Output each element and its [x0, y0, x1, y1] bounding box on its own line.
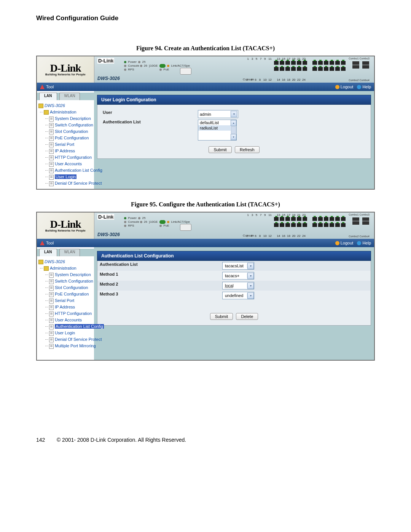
tool-icon — [40, 241, 45, 245]
folder-icon — [38, 104, 43, 108]
doc-icon — [49, 168, 54, 173]
nav-item[interactable]: User Accounts — [55, 318, 82, 322]
switch-ports-row2 — [274, 223, 346, 227]
dlink-logo: D-Link — [50, 63, 81, 73]
authlist-listbox[interactable]: defaultList radiusList ▴▾ — [198, 120, 237, 141]
nav-item[interactable]: HTTP Configuration — [55, 155, 92, 160]
switch-ports — [274, 217, 346, 221]
tab-lan[interactable]: LAN — [39, 93, 57, 100]
nav-item[interactable]: Multiple Port Mirroring — [55, 343, 96, 348]
nav-item[interactable]: Serial Port — [55, 298, 74, 303]
scroll-up-icon[interactable]: ▴ — [231, 120, 236, 126]
logout-icon — [335, 85, 339, 89]
row-label: Method 1 — [97, 271, 220, 281]
doc-icon — [49, 318, 54, 323]
nav-administration[interactable]: Administration — [50, 266, 76, 270]
doc-icon — [49, 292, 54, 297]
doc-icon — [49, 181, 54, 186]
tab-wlan[interactable]: WLAN — [59, 93, 80, 100]
nav-item[interactable]: Denial Of Service Protect — [55, 337, 102, 342]
help-icon — [357, 85, 361, 89]
help-link[interactable]: Help — [357, 85, 371, 89]
nav-item[interactable]: HTTP Configuration — [55, 311, 92, 316]
help-link[interactable]: Help — [357, 241, 371, 245]
doc-icon — [49, 331, 54, 336]
nav-item[interactable]: Slot Configuration — [55, 129, 88, 134]
device-brand: D-Link — [97, 214, 114, 220]
panel-body: Authentication ListtacacsList▾ Method 1t… — [97, 261, 371, 326]
doc-icon — [49, 123, 54, 128]
tree-root[interactable]: DWS-3026 — [45, 103, 65, 108]
nav-item[interactable]: IP Address — [55, 149, 75, 153]
tool-icon — [40, 85, 45, 89]
toolbar: Tool Logout Help — [37, 239, 374, 247]
nav-item[interactable]: IP Address — [55, 305, 75, 309]
page-number: 142 — [36, 437, 55, 443]
switch-ports — [274, 61, 346, 65]
authlist-select[interactable]: tacacsList▾ — [222, 262, 254, 270]
method2-select[interactable]: local▾ — [222, 282, 254, 289]
scrollbar[interactable]: ▴▾ — [231, 120, 236, 140]
delete-button[interactable]: Delete — [236, 313, 258, 320]
figure94-caption: Figure 94. Create an Authentication List… — [36, 45, 375, 52]
doc-icon — [49, 136, 54, 141]
tree-root[interactable]: DWS-3026 — [45, 259, 65, 264]
nav-item[interactable]: Authentication List Config — [55, 168, 102, 173]
dlink-logo: D-Link — [50, 219, 81, 229]
nav-user-login[interactable]: User Login — [55, 174, 76, 179]
nav-item[interactable]: PoE Configuration — [55, 292, 89, 296]
doc-icon — [49, 273, 54, 278]
doc-icon — [49, 279, 54, 284]
dlink-tagline: Building Networks for People — [45, 73, 86, 76]
chevron-down-icon: ▾ — [247, 263, 254, 269]
authlist-label: Authentication List — [103, 120, 198, 141]
toolbar: Tool Logout Help — [37, 83, 374, 91]
scroll-down-icon[interactable]: ▾ — [231, 134, 236, 140]
tool-menu[interactable]: Tool — [46, 85, 54, 89]
panel-body: User admin▾ Authentication List defaultL… — [97, 105, 371, 159]
sidebar: LAN WLAN DWS-3026 Administration System … — [37, 91, 94, 189]
row-label: Authentication List — [97, 261, 220, 271]
nav-item[interactable]: Serial Port — [55, 142, 74, 147]
tool-menu[interactable]: Tool — [46, 241, 54, 245]
guide-title: Wired Configuration Guide — [36, 14, 375, 22]
nav-auth-list-config[interactable]: Authentication List Config — [55, 324, 104, 329]
user-label: User — [103, 110, 198, 118]
nav-item[interactable]: PoE Configuration — [55, 136, 89, 140]
submit-button[interactable]: Submit — [210, 313, 233, 320]
chevron-down-icon: ▾ — [231, 111, 237, 117]
panel-title: Authentication List Configuration — [97, 251, 371, 261]
device-brand: D-Link — [97, 58, 114, 64]
figure94-screenshot: D-Link Building Networks for People D-Li… — [36, 56, 375, 190]
nav-item[interactable]: Denial Of Service Protect — [55, 181, 102, 185]
user-select[interactable]: admin▾ — [198, 110, 238, 118]
method1-select[interactable]: tacacs+▾ — [222, 272, 254, 280]
method3-select[interactable]: undefined▾ — [222, 292, 254, 299]
doc-icon — [49, 149, 54, 154]
nav-item[interactable]: Slot Configuration — [55, 285, 88, 290]
logout-link[interactable]: Logout — [335, 85, 354, 89]
nav-item[interactable]: User Login — [55, 331, 75, 335]
nav-item[interactable]: User Accounts — [55, 161, 82, 166]
tab-lan[interactable]: LAN — [39, 249, 57, 256]
logout-link[interactable]: Logout — [335, 241, 354, 245]
copyright: © 2001- 2008 D-Link Corporation. All Rig… — [57, 437, 186, 443]
nav-administration[interactable]: Administration — [50, 110, 76, 114]
tab-wlan[interactable]: WLAN — [59, 249, 80, 256]
logout-icon — [335, 241, 339, 245]
nav-item[interactable]: Switch Configuration — [55, 123, 93, 127]
submit-button[interactable]: Submit — [209, 146, 231, 153]
nav-item[interactable]: Switch Configuration — [55, 279, 93, 283]
figure95-caption: Figure 95. Configure the Authentication … — [36, 201, 375, 208]
refresh-button[interactable]: Refresh — [235, 146, 260, 153]
doc-icon — [49, 312, 54, 316]
device-model: DWS-3026 — [97, 76, 120, 81]
row-label: Method 3 — [97, 291, 220, 300]
dlink-logo-box: D-Link Building Networks for People — [37, 212, 94, 239]
nav-item[interactable]: System Description — [55, 272, 91, 277]
sidebar: LAN WLAN DWS-3026 Administration System … — [37, 247, 94, 360]
doc-icon — [49, 155, 54, 160]
nav-item[interactable]: System Description — [55, 116, 91, 121]
doc-icon — [49, 337, 54, 342]
doc-icon — [49, 142, 54, 147]
